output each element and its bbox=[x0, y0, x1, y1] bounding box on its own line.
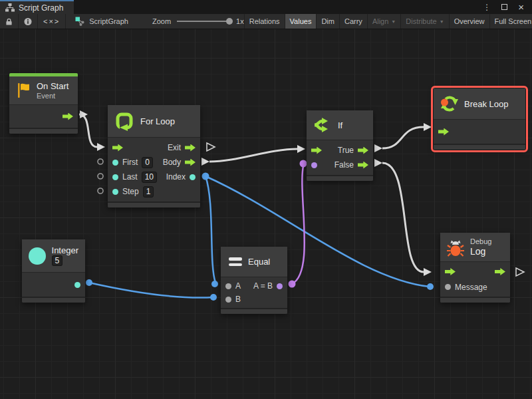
result-output-port[interactable] bbox=[277, 283, 283, 289]
integer-output-port[interactable] bbox=[74, 282, 80, 288]
node-title: If bbox=[338, 120, 342, 130]
kebab-menu-icon[interactable]: ⋮ bbox=[483, 3, 491, 12]
graph-toolbar: <×> ScriptGraph Zoom 1x Relations Values… bbox=[0, 14, 532, 29]
false-port-label: False bbox=[334, 160, 354, 170]
node-debug-log[interactable]: Debug Log Message bbox=[440, 233, 510, 303]
a-input-port[interactable] bbox=[225, 283, 231, 289]
index-port-label: Index bbox=[166, 172, 186, 182]
toolbar-toggles: Relations Values Dim Carry Align▼ Distri… bbox=[244, 14, 532, 29]
align-dropdown[interactable]: Align▼ bbox=[367, 14, 400, 29]
node-footer bbox=[221, 308, 287, 314]
first-input-port[interactable] bbox=[112, 160, 118, 166]
flow-input-port[interactable] bbox=[445, 268, 456, 275]
zoom-slider[interactable] bbox=[177, 21, 230, 22]
node-header: Debug Log bbox=[440, 233, 510, 262]
first-port-label: First bbox=[122, 158, 138, 167]
close-icon[interactable]: × bbox=[518, 4, 524, 11]
message-port-label: Message bbox=[455, 283, 487, 292]
equals-icon bbox=[229, 257, 242, 266]
zoom-slider-handle[interactable] bbox=[226, 18, 233, 25]
node-title: Log bbox=[470, 246, 491, 257]
node-header: Break Loop bbox=[434, 88, 525, 120]
step-value-field[interactable]: 1 bbox=[143, 186, 154, 198]
node-ports bbox=[434, 120, 525, 144]
carry-toggle[interactable]: Carry bbox=[339, 14, 367, 29]
zoom-control: Zoom 1x bbox=[152, 14, 244, 29]
tab-script-graph[interactable]: Script Graph bbox=[0, 0, 74, 14]
b-input-port[interactable] bbox=[225, 297, 231, 303]
node-footer bbox=[22, 297, 85, 303]
flow-output-port[interactable] bbox=[63, 113, 73, 120]
node-ports bbox=[22, 273, 85, 297]
distribute-dropdown[interactable]: Distribute▼ bbox=[400, 14, 448, 29]
body-output-port[interactable] bbox=[185, 159, 196, 166]
true-output-port[interactable] bbox=[358, 147, 368, 154]
zoom-label: Zoom bbox=[152, 17, 171, 25]
info-button[interactable] bbox=[19, 14, 38, 29]
tab-label: Script Graph bbox=[19, 3, 63, 13]
first-value-field[interactable]: 0 bbox=[142, 157, 153, 168]
node-ports bbox=[9, 105, 78, 128]
relations-toggle[interactable]: Relations bbox=[244, 14, 285, 29]
node-footer bbox=[434, 144, 525, 150]
fullscreen-button[interactable]: Full Screen bbox=[489, 14, 532, 29]
node-header: On Start Event bbox=[9, 76, 78, 105]
node-on-start[interactable]: On Start Event bbox=[9, 73, 78, 134]
code-view-icon: <×> bbox=[43, 17, 60, 25]
condition-input-port[interactable] bbox=[311, 162, 317, 168]
bug-icon bbox=[447, 238, 464, 257]
zoom-value: 1x bbox=[236, 17, 244, 25]
node-for-loop[interactable]: For Loop Exit First0 Body Last10 Index S… bbox=[108, 105, 200, 207]
flow-input-port[interactable] bbox=[438, 128, 449, 136]
flag-icon bbox=[16, 82, 31, 99]
node-footer bbox=[9, 128, 78, 134]
b-port-label: B bbox=[235, 295, 241, 304]
lock-icon bbox=[5, 17, 13, 26]
flow-input-port[interactable] bbox=[311, 147, 322, 154]
maximize-icon[interactable] bbox=[501, 4, 507, 10]
node-header: Equal bbox=[221, 247, 287, 277]
body-port-label: Body bbox=[163, 158, 181, 167]
index-output-port[interactable] bbox=[190, 174, 196, 180]
result-port-label: A = B bbox=[253, 281, 273, 291]
overview-button[interactable]: Overview bbox=[449, 14, 489, 29]
step-input-port[interactable] bbox=[112, 189, 118, 195]
flow-output-port[interactable] bbox=[495, 268, 505, 275]
node-break-loop[interactable]: Break Loop bbox=[434, 88, 525, 150]
info-icon bbox=[24, 17, 32, 26]
node-footer bbox=[440, 297, 510, 303]
tab-bar: Script Graph ⋮ × bbox=[0, 0, 532, 14]
last-value-field[interactable]: 10 bbox=[142, 172, 157, 183]
branch-icon bbox=[313, 116, 332, 134]
node-integer-literal[interactable]: Integer 5 bbox=[22, 239, 85, 303]
flow-input-port[interactable] bbox=[112, 144, 123, 152]
lock-button[interactable] bbox=[0, 14, 19, 29]
node-title: On Start bbox=[37, 81, 68, 91]
last-input-port[interactable] bbox=[112, 174, 118, 180]
message-input-port[interactable] bbox=[445, 284, 451, 290]
node-title: Integer bbox=[52, 245, 78, 255]
last-port-label: Last bbox=[122, 172, 138, 182]
node-if[interactable]: If True False bbox=[307, 110, 373, 181]
graph-breadcrumb[interactable]: ScriptGraph bbox=[66, 14, 135, 29]
dim-toggle[interactable]: Dim bbox=[316, 14, 339, 29]
node-ports: Message bbox=[440, 262, 510, 297]
node-ports: True False bbox=[307, 140, 373, 175]
true-port-label: True bbox=[338, 146, 354, 155]
window-controls: ⋮ × bbox=[483, 0, 532, 14]
node-equal[interactable]: Equal A A = B B bbox=[221, 247, 287, 314]
step-port-label: Step bbox=[122, 187, 139, 196]
node-header: For Loop bbox=[108, 105, 200, 138]
exit-output-port[interactable] bbox=[185, 144, 196, 152]
node-title: For Loop bbox=[140, 116, 175, 126]
code-view-button[interactable]: <×> bbox=[38, 14, 66, 29]
false-output-port[interactable] bbox=[358, 162, 368, 169]
values-toggle[interactable]: Values bbox=[285, 14, 317, 29]
node-title: Equal bbox=[248, 257, 270, 267]
node-header: If bbox=[307, 110, 373, 140]
graph-name-label: ScriptGraph bbox=[89, 17, 128, 25]
graph-canvas[interactable] bbox=[0, 29, 532, 399]
graph-tab-icon bbox=[5, 3, 15, 12]
integer-value-field[interactable]: 5 bbox=[52, 255, 63, 266]
node-category: Debug bbox=[470, 237, 491, 245]
